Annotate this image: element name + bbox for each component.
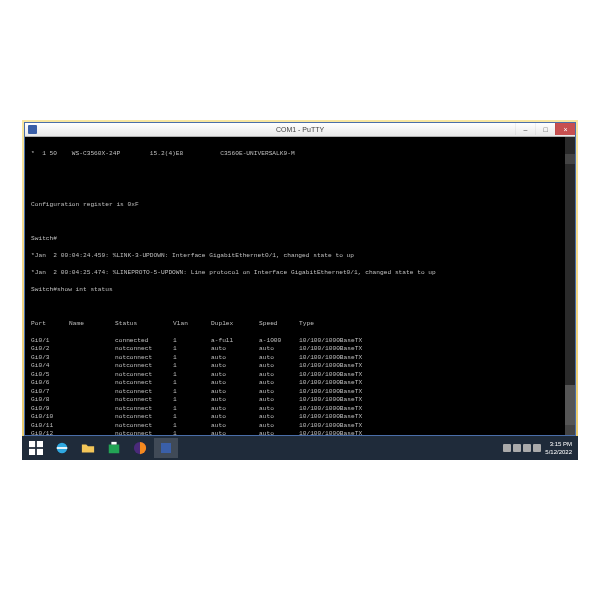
scroll-down-icon[interactable] (565, 425, 575, 435)
table-row: Gi0/6notconnect1autoauto10/100/1000BaseT… (31, 379, 569, 388)
term-log: *Jan 2 00:04:25.474: %LINEPROTO-5-UPDOWN… (31, 269, 569, 278)
table-row: Gi0/7notconnect1autoauto10/100/1000BaseT… (31, 388, 569, 397)
clock-date: 5/12/2022 (545, 448, 572, 456)
svg-rect-5 (109, 445, 120, 454)
system-tray[interactable]: 3:15 PM 5/12/2022 (503, 440, 576, 456)
term-blank (31, 167, 569, 176)
tray-chevron-icon[interactable] (503, 444, 511, 452)
store-icon (107, 441, 121, 455)
tray-network-icon[interactable] (523, 444, 531, 452)
store-button[interactable] (102, 438, 126, 458)
firefox-button[interactable] (128, 438, 152, 458)
svg-rect-2 (29, 449, 35, 455)
tray-icons[interactable] (503, 444, 541, 452)
scrollbar[interactable] (565, 137, 575, 435)
putty-task-icon (161, 443, 171, 453)
titlebar[interactable]: COM1 - PuTTY – □ × (25, 123, 575, 137)
terminal[interactable]: * 1 50 WS-C3560X-24P 15.2(4)E8 C3560E-UN… (25, 137, 575, 435)
putty-window: COM1 - PuTTY – □ × * 1 50 WS-C3560X-24P … (24, 122, 576, 436)
maximize-button[interactable]: □ (535, 123, 555, 135)
ie-icon (55, 441, 69, 455)
term-blank (31, 303, 569, 312)
ie-button[interactable] (50, 438, 74, 458)
firefox-icon (133, 441, 147, 455)
table-row: Gi0/3notconnect1autoauto10/100/1000BaseT… (31, 354, 569, 363)
table-row: Gi0/4notconnect1autoauto10/100/1000BaseT… (31, 362, 569, 371)
table-row: Gi0/1connected1a-fulla-100010/100/1000Ba… (31, 337, 569, 346)
folder-icon (81, 441, 95, 455)
table-row: Gi0/8notconnect1autoauto10/100/1000BaseT… (31, 396, 569, 405)
clock-time: 3:15 PM (545, 440, 572, 448)
minimize-button[interactable]: – (515, 123, 535, 135)
tray-flag-icon[interactable] (513, 444, 521, 452)
start-button[interactable] (24, 438, 48, 458)
putty-task-button[interactable] (154, 438, 178, 458)
table-row: Gi0/11notconnect1autoauto10/100/1000Base… (31, 422, 569, 431)
svg-rect-6 (111, 442, 116, 445)
scroll-up-icon[interactable] (565, 154, 575, 164)
term-line: * 1 50 WS-C3560X-24P 15.2(4)E8 C3560E-UN… (31, 150, 569, 159)
clock[interactable]: 3:15 PM 5/12/2022 (545, 440, 572, 456)
windows-icon (29, 441, 43, 455)
table-row: Gi0/9notconnect1autoauto10/100/1000BaseT… (31, 405, 569, 414)
term-prompt: Switch# (31, 235, 569, 244)
term-blank (31, 218, 569, 227)
table-row: Gi0/10notconnect1autoauto10/100/1000Base… (31, 413, 569, 422)
term-blank (31, 184, 569, 193)
term-log: *Jan 2 00:04:24.459: %LINK-3-UPDOWN: Int… (31, 252, 569, 261)
term-line: Configuration register is 0xF (31, 201, 569, 210)
tray-volume-icon[interactable] (533, 444, 541, 452)
table-row: Gi0/5notconnect1autoauto10/100/1000BaseT… (31, 371, 569, 380)
table-header: PortNameStatusVlanDuplexSpeedType (31, 320, 569, 329)
window-title: COM1 - PuTTY (276, 126, 324, 133)
table-row: Gi0/2notconnect1autoauto10/100/1000BaseT… (31, 345, 569, 354)
explorer-button[interactable] (76, 438, 100, 458)
scroll-thumb[interactable] (565, 385, 575, 425)
putty-icon (28, 125, 37, 134)
close-button[interactable]: × (555, 123, 575, 135)
svg-rect-1 (37, 441, 43, 447)
desktop: COM1 - PuTTY – □ × * 1 50 WS-C3560X-24P … (22, 120, 578, 460)
term-cmd: Switch#show int status (31, 286, 569, 295)
table-row: Gi0/12notconnect1autoauto10/100/1000Base… (31, 430, 569, 435)
taskbar[interactable]: 3:15 PM 5/12/2022 (22, 436, 578, 460)
svg-rect-3 (37, 449, 43, 455)
svg-rect-0 (29, 441, 35, 447)
